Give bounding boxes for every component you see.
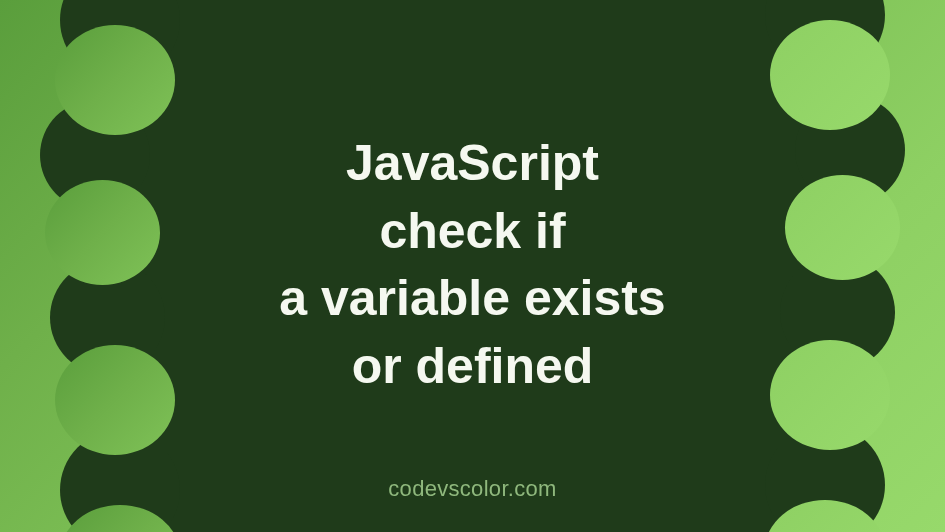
title-line: or defined xyxy=(352,338,594,394)
thumbnail-container: JavaScript check if a variable exists or… xyxy=(0,0,945,532)
title-line: a variable exists xyxy=(279,270,665,326)
blob-notch xyxy=(770,20,890,130)
title-line: JavaScript xyxy=(346,135,599,191)
title-line: check if xyxy=(379,203,565,259)
main-title: JavaScript check if a variable exists or… xyxy=(0,130,945,400)
site-watermark: codevscolor.com xyxy=(0,476,945,502)
blob-notch xyxy=(55,25,175,135)
